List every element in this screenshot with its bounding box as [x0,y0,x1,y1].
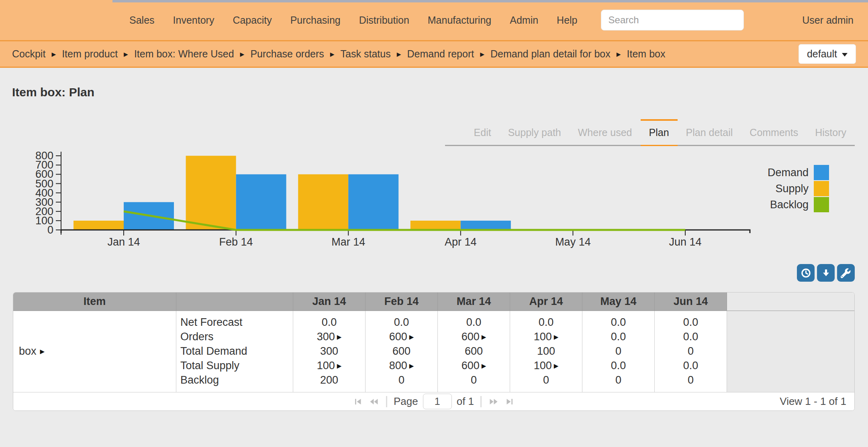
nav-item-admin[interactable]: Admin [510,14,538,26]
drill-arrow-icon[interactable]: ▶ [554,363,559,369]
measure-label-total-supply: Total Supply [176,358,293,373]
drill-arrow-icon[interactable]: ▶ [482,363,486,369]
item-drill-arrow-icon[interactable]: ▶ [40,348,45,354]
supply-bar-feb-14 [186,156,236,230]
legend-swatch-demand [814,165,829,180]
tab-comments[interactable]: Comments [741,119,807,145]
values-cell-mar-14: 0.0600▶600600▶0 [438,311,510,392]
breadcrumb-separator-icon: ▶ [330,51,335,57]
value-text: 300 [320,344,338,358]
value-total-demand-apr-14: 100 [510,344,582,358]
tab-edit[interactable]: Edit [466,119,500,145]
nav-item-distribution[interactable]: Distribution [359,14,409,26]
supply-bar-jan-14 [74,221,124,230]
breadcrumb-separator-icon: ▶ [617,51,621,57]
value-total-demand-mar-14: 600 [438,344,510,358]
value-orders-feb-14[interactable]: 600▶ [366,329,437,344]
tab-where-used[interactable]: Where used [570,119,641,145]
nav-item-capacity[interactable]: Capacity [233,14,272,26]
drill-arrow-icon[interactable]: ▶ [337,334,342,340]
nav-item-purchasing[interactable]: Purchasing [290,14,341,26]
value-net-forecast-mar-14: 0.0 [438,315,510,329]
value-total-supply-apr-14[interactable]: 100▶ [510,358,582,373]
item-cell: box▶ [13,311,176,392]
drill-arrow-icon[interactable]: ▶ [482,334,486,340]
value-text: 0 [615,373,621,387]
values-cell-jun-14: 0.00.000.00 [655,311,727,392]
nav-item-sales[interactable]: Sales [129,14,155,26]
value-total-supply-mar-14[interactable]: 600▶ [438,358,510,373]
breadcrumb-item-purchase-orders[interactable]: Purchase orders [250,48,324,60]
column-header-mar-14: Mar 14 [438,293,510,311]
x-axis: Jan 14Feb 14Mar 14Apr 14May 14Jun 14 [61,230,750,248]
first-page-button[interactable] [352,397,364,406]
value-total-supply-may-14: 0.0 [582,358,654,373]
value-backlog-feb-14: 0 [366,373,437,387]
breadcrumb-item-item-box-where-used[interactable]: Item box: Where Used [134,48,234,60]
breadcrumb-item-demand-report[interactable]: Demand report [407,48,474,60]
chart-legend: DemandSupplyBacklog [768,165,829,213]
value-text: 0.0 [394,315,409,329]
value-text: 200 [320,373,338,387]
drill-arrow-icon[interactable]: ▶ [554,334,559,340]
breadcrumb-bar: Cockpit▶Item product▶Item box: Where Use… [0,41,868,68]
supply-bar-mar-14 [298,174,348,230]
clock-button[interactable] [797,264,815,282]
main-menu: SalesInventoryCapacityPurchasingDistribu… [129,14,578,26]
nav-item-inventory[interactable]: Inventory [173,14,214,26]
view-status: View 1 - 1 of 1 [780,395,846,408]
legend-item-demand: Demand [768,165,829,180]
measure-label-net-forecast: Net Forecast [176,315,293,329]
value-text: 0.0 [683,329,698,344]
breadcrumb-item-task-status[interactable]: Task status [341,48,391,60]
plan-chart: 0100200300400500600700800Jan 14Feb 14Mar… [0,152,868,253]
column-header-apr-14: Apr 14 [510,293,582,311]
page-number-input[interactable] [423,394,452,409]
top-gray-strip [112,0,868,2]
value-net-forecast-jan-14: 0.0 [293,315,365,329]
item-label: box [19,345,37,358]
tab-plan-detail[interactable]: Plan detail [678,119,741,145]
drill-arrow-icon[interactable]: ▶ [337,363,342,369]
nav-item-help[interactable]: Help [557,14,577,26]
drill-arrow-icon[interactable]: ▶ [409,334,414,340]
demand-bar-mar-14 [348,174,398,230]
download-arrow-button[interactable] [817,264,835,282]
wrench-button[interactable] [837,264,855,282]
breadcrumb-item-cockpit[interactable]: Cockpit [12,48,45,60]
column-header-filler [727,293,854,311]
values-cell-feb-14: 0.0600▶600800▶0 [366,311,438,392]
value-total-supply-jan-14[interactable]: 100▶ [293,358,365,373]
value-orders-apr-14[interactable]: 100▶ [510,329,582,344]
last-page-button[interactable] [504,397,515,406]
nav-item-manufacturing[interactable]: Manufacturing [428,14,491,26]
body-filler-cell [727,311,854,392]
value-orders-may-14: 0.0 [582,329,654,344]
breadcrumb-item-demand-plan-detail-for-box[interactable]: Demand plan detail for box [490,48,611,60]
drill-arrow-icon[interactable]: ▶ [409,363,414,369]
tab-supply-path[interactable]: Supply path [500,119,570,145]
breadcrumb-separator-icon: ▶ [397,51,401,57]
value-text: 0 [398,373,404,387]
breadcrumb-item-item-box[interactable]: Item box [627,48,666,60]
user-menu[interactable]: User admin [802,14,854,26]
x-tick-label-jan-14: Jan 14 [107,236,140,248]
view-selector-button[interactable]: default [799,44,856,64]
value-total-supply-feb-14[interactable]: 800▶ [366,358,437,373]
next-page-button[interactable] [488,397,499,406]
value-orders-mar-14[interactable]: 600▶ [438,329,510,344]
tab-history[interactable]: History [807,119,855,145]
value-total-supply-jun-14: 0.0 [655,358,727,373]
previous-page-button[interactable] [368,397,380,406]
tab-plan[interactable]: Plan [641,119,678,145]
last-page-icon [505,397,515,406]
breadcrumb-item-item-product[interactable]: Item product [62,48,118,60]
search-input[interactable] [601,10,744,30]
top-nav: SalesInventoryCapacityPurchasingDistribu… [0,0,868,41]
value-orders-jan-14[interactable]: 300▶ [293,329,365,344]
value-text: 100 [534,358,552,373]
wrench-icon [841,268,852,278]
values-cell-may-14: 0.00.000.00 [582,311,655,392]
legend-item-backlog: Backlog [768,197,829,212]
item-name[interactable]: box▶ [13,345,45,358]
